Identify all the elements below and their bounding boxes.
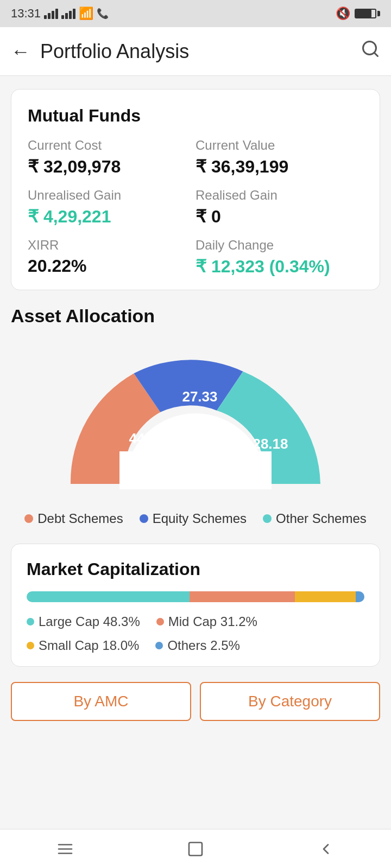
xirr-value: 20.22% [28,256,195,276]
large-cap-label: Large Cap 48.3% [39,614,140,629]
signal-icon-2 [61,9,75,19]
legend-other: Other Schemes [263,511,367,526]
realised-gain-label: Realised Gain [195,188,363,203]
mute-icon: 🔇 [336,7,350,21]
daily-change-cell: Daily Change ₹ 12,323 (0.34%) [195,238,363,277]
top-bar: ← Portfolio Analysis [0,27,391,76]
battery-icon [355,9,380,18]
other-label: 28.18 [253,436,288,452]
asset-allocation-title: Asset Allocation [0,305,391,327]
equity-dot [140,514,148,523]
daily-change-label: Daily Change [195,238,363,253]
daily-change-value: ₹ 12,323 (0.34%) [195,256,363,277]
by-category-tab[interactable]: By Category [200,682,380,721]
nav-back-icon[interactable] [310,833,342,865]
search-icon [361,39,380,59]
cap-legend: Large Cap 48.3% Mid Cap 31.2% Small Cap … [27,614,364,653]
current-value-cell: Current Value ₹ 36,39,199 [195,138,363,177]
nav-home-icon[interactable] [179,833,212,865]
main-content: Mutual Funds Current Cost ₹ 32,09,978 Cu… [0,76,391,290]
large-cap-dot [27,618,34,626]
by-amc-tab[interactable]: By AMC [11,682,191,721]
back-button[interactable]: ← [11,40,30,63]
market-cap-bar [27,591,364,602]
others-dot [155,642,163,649]
call-icon: 📞 [97,8,109,20]
others-legend: Others 2.5% [155,638,239,653]
xirr-label: XIRR [28,238,195,253]
mid-cap-dot [156,618,164,626]
asset-legend: Debt Schemes Equity Schemes Other Scheme… [0,511,391,526]
market-cap-title: Market Capitalization [27,559,364,579]
legend-debt: Debt Schemes [24,511,123,526]
nav-menu-icon[interactable] [49,833,81,865]
wifi-icon: 📶 [79,7,93,21]
status-bar: 13:31 📶 📞 🔇 [0,0,391,27]
legend-equity: Equity Schemes [140,511,247,526]
large-cap-bar [27,591,190,602]
small-cap-dot [27,642,34,649]
signal-icon-1 [44,9,58,19]
small-cap-label: Small Cap 18.0% [39,638,139,653]
debt-label: 44.48 [129,430,164,446]
current-value-label: Current Value [195,138,363,153]
mid-cap-legend: Mid Cap 31.2% [156,614,257,629]
donut-hole-rect [119,451,272,489]
mutual-funds-grid: Current Cost ₹ 32,09,978 Current Value ₹… [28,138,363,277]
market-cap-card: Market Capitalization Large Cap 48.3% Mi… [11,544,380,667]
svg-line-1 [374,53,378,56]
others-label: Others 2.5% [167,638,239,653]
mid-cap-bar [190,591,295,602]
small-cap-legend: Small Cap 18.0% [27,638,139,653]
debt-label-text: Debt Schemes [37,511,123,526]
chart-area: 44.48 27.33 28.18 [0,343,391,506]
svg-rect-5 [189,843,202,856]
realised-gain-value: ₹ 0 [195,206,363,227]
other-label-text: Other Schemes [276,511,367,526]
small-cap-bar [295,591,356,602]
status-left: 13:31 📶 📞 [11,7,109,21]
bottom-tabs: By AMC By Category [11,682,380,721]
equity-label: 27.33 [182,388,217,405]
other-dot [263,514,272,523]
mutual-funds-title: Mutual Funds [28,106,363,126]
donut-chart: 44.48 27.33 28.18 [60,343,331,489]
nav-bar [0,829,391,868]
page-title: Portfolio Analysis [40,40,361,63]
current-cost-value: ₹ 32,09,978 [28,156,195,177]
time-display: 13:31 [11,7,41,21]
realised-gain-cell: Realised Gain ₹ 0 [195,188,363,227]
debt-dot [24,514,33,523]
mutual-funds-card: Mutual Funds Current Cost ₹ 32,09,978 Cu… [11,89,380,290]
unrealised-gain-label: Unrealised Gain [28,188,195,203]
status-right: 🔇 [336,7,380,21]
donut-svg: 44.48 27.33 28.18 [60,343,331,489]
others-bar [356,591,364,602]
current-cost-label: Current Cost [28,138,195,153]
large-cap-legend: Large Cap 48.3% [27,614,140,629]
equity-label-text: Equity Schemes [153,511,247,526]
unrealised-gain-value: ₹ 4,29,221 [28,206,195,227]
xirr-cell: XIRR 20.22% [28,238,195,277]
current-value-value: ₹ 36,39,199 [195,156,363,177]
search-button[interactable] [361,39,380,63]
current-cost-cell: Current Cost ₹ 32,09,978 [28,138,195,177]
mid-cap-label: Mid Cap 31.2% [168,614,257,629]
unrealised-gain-cell: Unrealised Gain ₹ 4,29,221 [28,188,195,227]
